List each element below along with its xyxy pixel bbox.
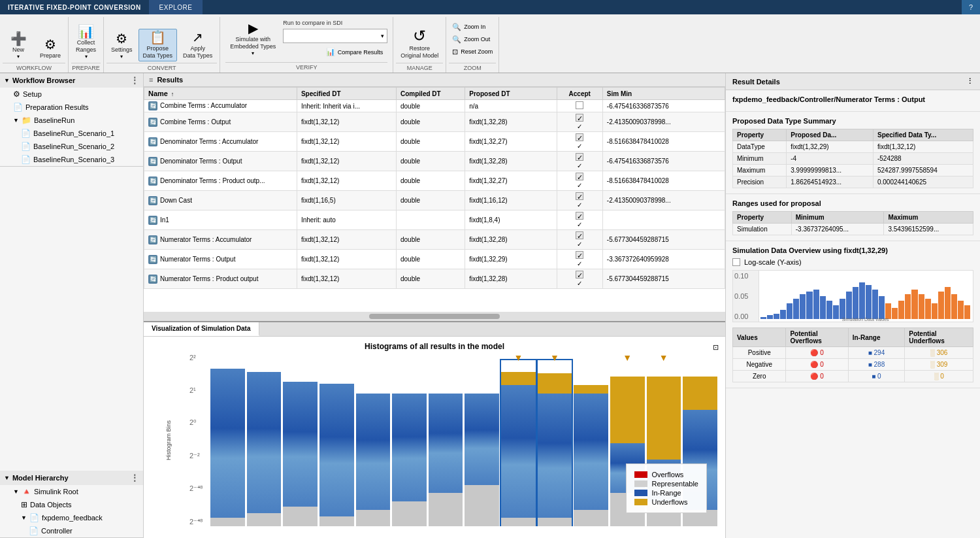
row-icon: 🔄 (148, 157, 157, 166)
ranges-row: Simulation-3.36737264095...3.54396152599… (733, 224, 973, 235)
sidebar-item-fxpdemo[interactable]: ▼ 📄 fxpdemo_feedback (0, 511, 143, 524)
help-button[interactable]: ? (962, 0, 980, 14)
cell-accept[interactable]: ✓ (557, 210, 602, 230)
table-row[interactable]: 🔄Down Cast fixdt(1,16,5) double fixdt(1,… (144, 191, 725, 210)
zoom-in-button[interactable]: 🔍 Zoom In (449, 21, 489, 33)
hist-bar-inrange (283, 382, 318, 507)
sidebar-item-baselinerun[interactable]: ▼ 📁 BaselineRun (0, 114, 143, 127)
col-header-compiled[interactable]: Compiled DT (397, 88, 465, 100)
apply-data-types-button[interactable]: ↗ ApplyData Types (178, 29, 217, 61)
cell-accept[interactable]: ✓ (557, 250, 602, 269)
col-header-specified[interactable]: Specified DT (297, 88, 396, 100)
cell-simmin: -6.475416336873576 (602, 100, 725, 112)
settings-button[interactable]: ⚙ Settings ▾ (106, 30, 137, 61)
hist-column[interactable] (574, 360, 608, 526)
sidebar-item-data-objects[interactable]: ⊞ Data Objects (0, 498, 143, 511)
run-dropdown[interactable]: ▾ (283, 29, 387, 43)
right-panel-menu-icon[interactable]: ⋮ (966, 77, 973, 86)
sidebar-item-simulink-root[interactable]: ▼ 🔺 Simulink Root (0, 485, 143, 498)
explore-tab[interactable]: EXPLORE (149, 0, 203, 14)
collect-ranges-button[interactable]: 📊 CollectRanges ▾ (71, 23, 101, 61)
table-row[interactable]: 🔄Denominator Terms : Accumulator fixdt(1… (144, 132, 725, 152)
accept-checkbox[interactable]: ✓ (576, 114, 583, 122)
hist-column[interactable] (319, 360, 354, 526)
zoom-out-button[interactable]: 🔍 Zoom Out (449, 33, 493, 46)
zoom-in-icon: 🔍 (452, 23, 461, 31)
hist-column[interactable] (247, 360, 282, 526)
cell-accept[interactable]: ✓ (557, 132, 602, 152)
table-row[interactable]: 🔄Combine Terms : Accumulator Inherit: In… (144, 100, 725, 112)
sidebar-item-setup[interactable]: ⚙ Setup (0, 88, 143, 101)
workflow-section: ▼ Workflow Browser ⋮ ⚙ Setup 📄 Preparati… (0, 73, 143, 167)
compare-results-button[interactable]: 📊 Compare Results (283, 46, 387, 58)
accept-checkbox[interactable]: ✓ (576, 153, 583, 161)
summary-specified: 524287.9997558594 (873, 165, 973, 177)
results-table-container[interactable]: Name ↑ Specified DT Compiled DT Proposed… (144, 87, 725, 312)
cell-accept[interactable]: ✓ (557, 230, 602, 250)
cell-accept[interactable]: ✓ (557, 191, 602, 210)
table-row[interactable]: 🔄In1 Inherit: auto fixdt(1,8,4) ✓ (144, 210, 725, 230)
table-row[interactable]: 🔄Numerator Terms : Output fixdt(1,32,12)… (144, 250, 725, 269)
hist-bar-inrange (392, 394, 427, 501)
summary-row: Maximum3.99999999813...524287.9997558594 (733, 165, 973, 177)
accept-checkbox[interactable]: ✓ (576, 173, 583, 180)
table-row[interactable]: 🔄Numerator Terms : Accumulator fixdt(1,3… (144, 230, 725, 250)
prepare-button[interactable]: ⚙ Prepare (35, 36, 65, 61)
col-header-name[interactable]: Name ↑ (144, 88, 297, 100)
table-row[interactable]: 🔄Denominator Terms : Product outp... fix… (144, 171, 725, 191)
setup-icon: ⚙ (13, 90, 20, 99)
table-row[interactable]: 🔄Combine Terms : Output fixdt(1,32,12) d… (144, 112, 725, 132)
hist-column[interactable] (392, 360, 427, 526)
sidebar-item-controller[interactable]: 📄 Controller (0, 524, 143, 537)
cell-accept[interactable] (557, 100, 602, 112)
summary-proposed: 3.99999999813... (787, 165, 874, 177)
accept-checkbox[interactable]: ✓ (576, 133, 583, 141)
accept-checkbox[interactable]: ✓ (576, 212, 583, 220)
workflow-menu-icon[interactable]: ⋮ (130, 75, 139, 86)
hist-column[interactable] (465, 360, 499, 526)
mini-hist-bar (905, 294, 911, 320)
hist-bar-inrange (210, 369, 245, 518)
viz-tab-simulation[interactable]: Visualization of Simulation Data (144, 322, 259, 336)
horizontal-scrollbar[interactable] (144, 312, 725, 321)
hist-column[interactable] (429, 360, 463, 526)
sidebar-item-scenario1[interactable]: 📄 BaselineRun_Scenario_1 (0, 127, 143, 140)
hist-column[interactable] (501, 360, 536, 526)
table-row[interactable]: 🔄Numerator Terms : Product output fixdt(… (144, 269, 725, 289)
simulate-icon: ▶ (248, 22, 258, 35)
new-button[interactable]: ➕ New ▾ (3, 30, 34, 61)
hist-column[interactable] (356, 360, 391, 526)
viz-expand-icon[interactable]: ⊡ (713, 343, 719, 352)
cell-accept[interactable]: ✓ (557, 152, 602, 171)
accept-checkbox[interactable]: ✓ (576, 271, 583, 278)
model-menu-icon[interactable]: ⋮ (130, 473, 139, 483)
cell-simmin: -5.677304459288715 (602, 269, 725, 289)
hist-column[interactable] (538, 360, 572, 526)
proposed-summary-section: Proposed Data Type Summary Property Prop… (726, 112, 980, 194)
simulate-button[interactable]: ▶ Simulate withEmbedded Types ▾ (225, 20, 280, 58)
cell-name: 🔄Denominator Terms : Product outp... (144, 171, 297, 191)
accept-checkbox[interactable]: ✓ (576, 251, 583, 259)
col-header-proposed[interactable]: Proposed DT (465, 88, 557, 100)
sidebar-item-prep-results[interactable]: 📄 Preparation Results (0, 101, 143, 114)
reset-zoom-button[interactable]: ⊡ Reset Zoom (449, 46, 496, 58)
ov-values: Positive (733, 347, 786, 359)
col-header-simmin[interactable]: Sim Min (602, 88, 725, 100)
sidebar-item-scenario3[interactable]: 📄 BaselineRun_Scenario_3 (0, 153, 143, 166)
accept-checkbox[interactable]: ✓ (576, 192, 583, 200)
log-scale-checkbox[interactable] (732, 258, 740, 266)
propose-data-types-button[interactable]: 📋 ProposeData Types (139, 29, 177, 61)
accept-checkbox[interactable]: ✓ (576, 231, 583, 239)
cell-accept[interactable]: ✓ (557, 171, 602, 191)
workflow-browser-header[interactable]: ▼ Workflow Browser ⋮ (0, 73, 143, 88)
sidebar-item-scenario2[interactable]: 📄 BaselineRun_Scenario_2 (0, 140, 143, 153)
table-row[interactable]: 🔄Denominator Terms : Output fixdt(1,32,1… (144, 152, 725, 171)
hist-column[interactable] (283, 360, 318, 526)
accept-checkbox[interactable] (576, 101, 583, 109)
restore-button[interactable]: ↺ RestoreOriginal Model (396, 26, 443, 61)
col-header-accept[interactable]: Accept (557, 88, 602, 100)
cell-accept[interactable]: ✓ (557, 269, 602, 289)
hist-column[interactable] (210, 360, 245, 526)
cell-accept[interactable]: ✓ (557, 112, 602, 132)
model-hierarchy-header[interactable]: ▼ Model Hierarchy ⋮ (0, 471, 143, 485)
